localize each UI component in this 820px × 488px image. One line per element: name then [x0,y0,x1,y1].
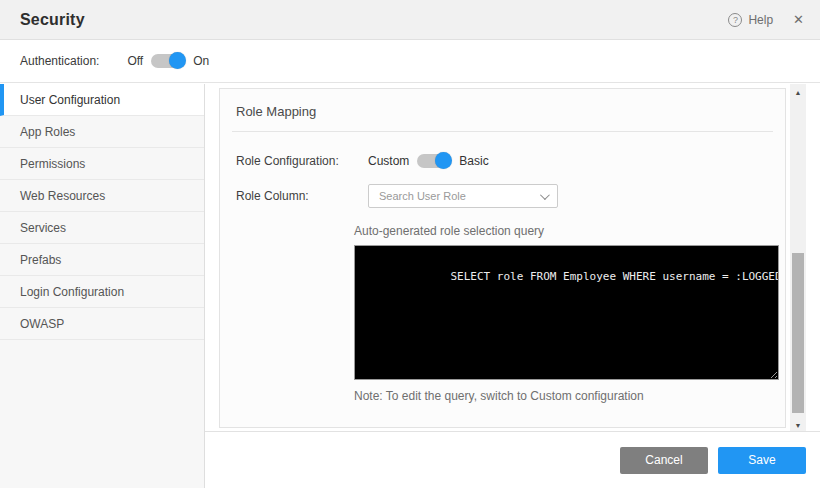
query-caption: Auto-generated role selection query [354,224,779,238]
dropdown-placeholder: Search User Role [379,190,466,202]
custom-label: Custom [368,154,409,168]
role-configuration-control: Custom Basic [368,154,489,168]
sidebar-item-permissions[interactable]: Permissions [0,148,204,180]
help-button[interactable]: ? Help [728,13,773,27]
sidebar-item-label: OWASP [20,317,64,331]
role-mapping-card: Role Mapping Role Configuration: Custom … [219,88,786,428]
role-configuration-label: Role Configuration: [236,154,368,168]
footer: Cancel Save [205,432,820,488]
role-configuration-row: Role Configuration: Custom Basic [236,154,773,168]
page-title: Security [16,11,85,29]
vertical-scrollbar[interactable]: ▲ ▼ [790,84,806,435]
help-icon: ? [728,13,742,27]
sidebar-item-app-roles[interactable]: App Roles [0,116,204,148]
auth-off-label: Off [127,54,143,68]
sidebar-item-label: Permissions [20,157,85,171]
sidebar-item-label: User Configuration [20,93,120,107]
toggle-knob [169,52,186,69]
query-note: Note: To edit the query, switch to Custo… [354,389,779,403]
query-text: SELECT role FROM Employee WHERE username… [450,270,779,283]
sidebar-item-label: App Roles [20,125,75,139]
body: User ConfigurationApp RolesPermissionsWe… [0,84,820,488]
authentication-row: Authentication: Off On [0,40,820,83]
section-title: Role Mapping [232,89,773,132]
scroll-up-icon[interactable]: ▲ [790,86,806,100]
help-label: Help [748,13,773,27]
cancel-button[interactable]: Cancel [620,447,708,474]
sidebar-item-user-configuration[interactable]: User Configuration [0,84,204,116]
auth-on-label: On [193,54,209,68]
main-panel: Role Mapping Role Configuration: Custom … [205,84,820,488]
save-button[interactable]: Save [718,447,806,474]
sidebar-item-services[interactable]: Services [0,212,204,244]
authentication-label: Authentication: [20,54,99,68]
sidebar-item-label: Services [20,221,66,235]
role-column-label: Role Column: [236,189,368,203]
query-editor[interactable]: SELECT role FROM Employee WHERE username… [354,245,779,380]
role-column-dropdown[interactable]: Search User Role [368,184,558,208]
query-section: Auto-generated role selection query SELE… [354,224,779,403]
basic-label: Basic [459,154,488,168]
role-column-row: Role Column: Search User Role [236,184,773,208]
security-window: Security ? Help ✕ Authentication: Off On… [0,0,820,488]
topbar-actions: ? Help ✕ [728,12,804,27]
toggle-knob [435,152,452,169]
sidebar-item-web-resources[interactable]: Web Resources [0,180,204,212]
scrollbar-thumb[interactable] [792,253,804,413]
sidebar: User ConfigurationApp RolesPermissionsWe… [0,84,205,488]
authentication-toggle[interactable] [151,54,185,68]
chevron-down-icon [540,190,550,200]
sidebar-item-login-configuration[interactable]: Login Configuration [0,276,204,308]
close-icon[interactable]: ✕ [793,12,804,27]
resize-handle-icon[interactable] [768,369,777,378]
role-configuration-toggle[interactable] [417,154,451,168]
sidebar-item-prefabs[interactable]: Prefabs [0,244,204,276]
form-area: Role Configuration: Custom Basic Role Co… [220,132,785,208]
sidebar-item-label: Prefabs [20,253,61,267]
sidebar-item-label: Web Resources [20,189,105,203]
sidebar-item-owasp[interactable]: OWASP [0,308,204,340]
topbar: Security ? Help ✕ [0,0,820,40]
sidebar-item-label: Login Configuration [20,285,124,299]
